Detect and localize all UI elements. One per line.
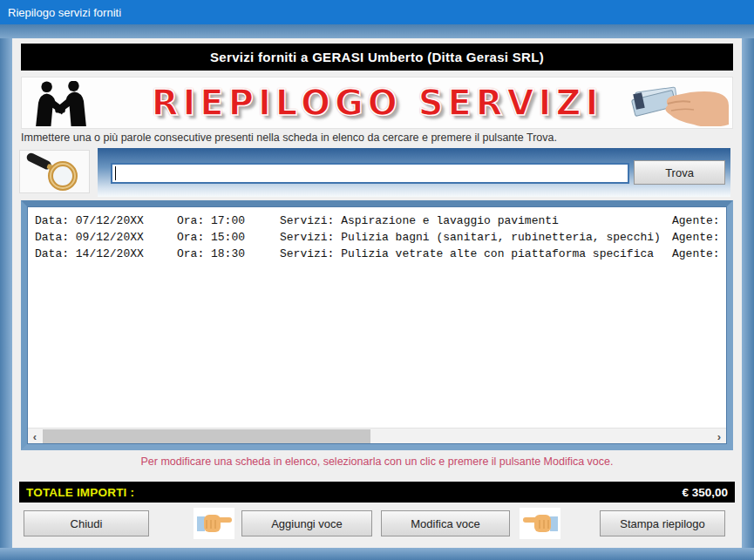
pointing-hand-left-icon [520, 508, 560, 539]
close-button[interactable]: Chiudi [24, 510, 149, 536]
list-item[interactable]: Data: 14/12/20XXOra: 18:30Servizi: Puliz… [28, 246, 726, 262]
window-border-bottom [0, 548, 754, 560]
magnifier-image [19, 150, 90, 193]
banner: RIEPILOGO SERVIZI [21, 77, 733, 129]
search-panel: Trova [98, 148, 730, 197]
print-summary-button[interactable]: Stampa riepilogo [600, 510, 725, 536]
total-label: TOTALE IMPORTI : [26, 486, 134, 499]
total-bar: TOTALE IMPORTI : € 350,00 [19, 482, 735, 503]
horizontal-scrollbar[interactable]: ‹ › [28, 428, 726, 443]
list-item[interactable]: Data: 09/12/20XXOra: 15:00Servizi: Puliz… [28, 229, 726, 246]
row-data: Data: 14/12/20XX [35, 247, 177, 260]
scroll-right-arrow-icon[interactable]: › [712, 428, 726, 443]
text-caret [115, 166, 116, 180]
edit-entry-button[interactable]: Modifica voce [381, 510, 510, 536]
title-bar[interactable]: Riepilogo servizi forniti [0, 0, 754, 24]
window-title: Riepilogo servizi forniti [8, 6, 121, 19]
money-hand-icon [610, 81, 729, 130]
row-agente: Agente: SE [672, 231, 726, 244]
app-window: Riepilogo servizi forniti Servizi fornit… [0, 0, 754, 560]
search-instruction: Immettere una o più parole consecutive p… [21, 132, 733, 144]
row-ora: Ora: 18:30 [177, 247, 280, 260]
find-button[interactable]: Trova [634, 160, 725, 185]
customer-header: Servizi forniti a GERASI Umberto (Ditta … [21, 44, 733, 71]
row-servizi: Servizi: Aspirazione e lavaggio paviment… [280, 214, 672, 227]
row-servizi: Servizi: Pulizia bagni (sanitari, rubine… [280, 231, 672, 244]
pointing-hand-right-icon [194, 508, 234, 539]
row-ora: Ora: 15:00 [177, 231, 280, 244]
service-list[interactable]: Data: 07/12/20XXOra: 17:00Servizi: Aspir… [28, 207, 726, 443]
scroll-left-arrow-icon[interactable]: ‹ [28, 428, 42, 443]
edit-hint-note: Per modificare una scheda in elenco, sel… [21, 455, 733, 468]
service-rows: Data: 07/12/20XXOra: 17:00Servizi: Aspir… [28, 213, 726, 262]
scrollbar-thumb[interactable] [43, 429, 370, 443]
search-input[interactable] [111, 163, 629, 184]
row-agente: Agente: SE [672, 214, 726, 227]
row-agente: Agente: SE [672, 247, 726, 260]
window-border-left [0, 38, 12, 548]
row-data: Data: 07/12/20XX [35, 214, 177, 227]
row-data: Data: 09/12/20XX [35, 231, 177, 244]
total-value: € 350,00 [682, 486, 728, 499]
add-entry-button[interactable]: Aggiungi voce [241, 510, 372, 536]
row-servizi: Servizi: Pulizia vetrate alte con piatta… [280, 247, 672, 260]
window-border-right [742, 38, 754, 548]
window-border-top [0, 24, 754, 38]
customer-header-text: Servizi forniti a GERASI Umberto (Ditta … [210, 50, 544, 64]
row-ora: Ora: 17:00 [177, 214, 280, 227]
list-item[interactable]: Data: 07/12/20XXOra: 17:00Servizi: Aspir… [28, 213, 726, 229]
magnifying-glass-icon [24, 152, 85, 191]
service-list-frame: Data: 07/12/20XXOra: 17:00Servizi: Aspir… [21, 200, 733, 450]
